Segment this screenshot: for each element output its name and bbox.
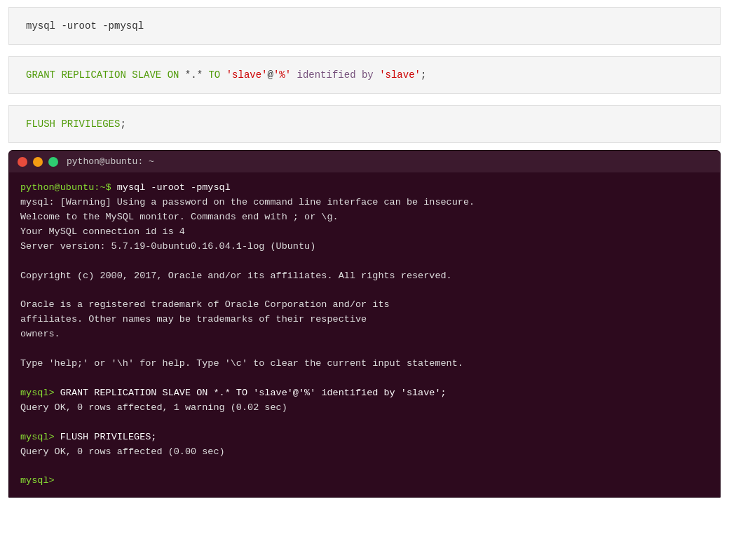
identified-keyword: identified by (297, 69, 374, 81)
terminal-line-11: mysql> GRANT REPLICATION SLAVE ON *.* TO… (20, 386, 709, 401)
terminal-prompt-1: python@ubuntu:~$ (20, 182, 117, 193)
terminal-window: python@ubuntu: ~ python@ubuntu:~$ mysql … (8, 150, 721, 498)
terminal-line-4: Your MySQL connection id is 4 (20, 225, 709, 240)
mysql-command-2: FLUSH PRIVILEGES; (60, 432, 157, 442)
mysql-command-1: GRANT REPLICATION SLAVE ON *.* TO 'slave… (60, 388, 447, 398)
terminal-line-10: Type 'help;' or '\h' for help. Type '\c'… (20, 357, 709, 371)
terminal-line-blank-6 (20, 460, 709, 474)
code-block-3: FLUSH PRIVILEGES; (8, 105, 721, 143)
terminal-body[interactable]: python@ubuntu:~$ mysql -uroot -pmysql my… (9, 172, 720, 497)
terminal-line-6: Copyright (c) 2000, 2017, Oracle and/or … (20, 269, 709, 284)
terminal-maximize-btn[interactable] (48, 157, 58, 167)
slave-user: 'slave' (226, 69, 268, 81)
terminal-line-blank-2 (20, 283, 709, 298)
grant-keyword: GRANT REPLICATION SLAVE ON (26, 69, 179, 81)
terminal-titlebar: python@ubuntu: ~ (9, 151, 720, 172)
code-block-1: mysql -uroot -pmysql (8, 7, 721, 45)
grant-on: *.* (179, 69, 208, 81)
flush-keyword: FLUSH PRIVILEGES (26, 118, 120, 130)
terminal-command-1: mysql -uroot -pmysql (117, 182, 231, 193)
terminal-line-12: Query OK, 0 rows affected, 1 warning (0.… (20, 401, 709, 416)
terminal-line-15: mysql> (20, 474, 709, 489)
terminal-line-13: mysql> FLUSH PRIVILEGES; (20, 430, 709, 445)
terminal-line-blank-3 (20, 342, 709, 357)
terminal-line-9: owners. (20, 327, 709, 342)
terminal-line-blank-1 (20, 254, 709, 269)
terminal-title: python@ubuntu: ~ (67, 156, 154, 167)
terminal-line-blank-5 (20, 416, 709, 430)
code-block-2: GRANT REPLICATION SLAVE ON *.* TO 'slave… (8, 56, 721, 94)
code-text-2: GRANT REPLICATION SLAVE ON *.* TO 'slave… (26, 69, 426, 81)
terminal-line-5: Server version: 5.7.19-0ubuntu0.16.04.1-… (20, 240, 709, 254)
to-keyword: TO (208, 69, 220, 81)
terminal-line-7: Oracle is a registered trademark of Orac… (20, 298, 709, 313)
spacer-2 (8, 100, 721, 105)
terminal-line-2: mysql: [Warning] Using a password on the… (20, 196, 709, 210)
code-text-3: FLUSH PRIVILEGES; (26, 118, 126, 130)
spacer-1 (8, 50, 721, 56)
terminal-close-btn[interactable] (18, 157, 27, 167)
terminal-line-14: Query OK, 0 rows affected (0.00 sec) (20, 445, 709, 460)
mysql-prompt-1: mysql> (20, 388, 60, 398)
terminal-line-1: python@ubuntu:~$ mysql -uroot -pmysql (20, 181, 709, 196)
mysql-prompt-3: mysql> (20, 475, 55, 486)
mysql-prompt-2: mysql> (20, 432, 60, 442)
page-wrapper: mysql -uroot -pmysql GRANT REPLICATION S… (0, 0, 729, 505)
slave-host: '%' (273, 69, 291, 81)
terminal-line-blank-4 (20, 371, 709, 386)
terminal-minimize-btn[interactable] (33, 157, 43, 167)
slave-password: 'slave' (379, 69, 421, 81)
code-text-1: mysql -uroot -pmysql (26, 20, 144, 32)
terminal-line-3: Welcome to the MySQL monitor. Commands e… (20, 210, 709, 225)
terminal-line-8: affiliates. Other names may be trademark… (20, 313, 709, 327)
